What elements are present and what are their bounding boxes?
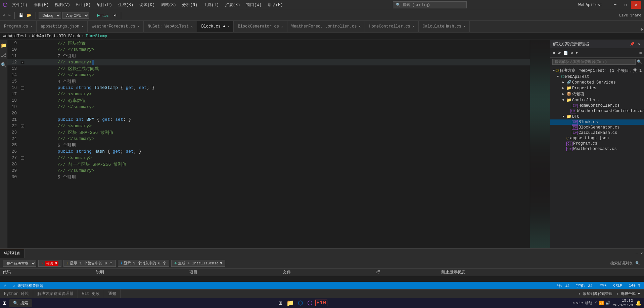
search-sidebar-icon[interactable]: 🔍: [0, 61, 7, 69]
panel-minimize-button[interactable]: ─: [634, 251, 639, 256]
close-icon[interactable]: ✕: [359, 24, 361, 29]
add-source-control-button[interactable]: ↑ 添加到源代码管理: [578, 291, 612, 296]
bottom-tab-git-changes[interactable]: Git 更改: [78, 290, 104, 298]
tab-nuget[interactable]: NuGet: WebApiTest ✕: [144, 21, 197, 32]
info-filter-button[interactable]: ℹ 显示 3 个消息中的 0 个: [118, 260, 170, 267]
tree-item-weatherforecast-cs[interactable]: ▶ C# WeatherForecast.cs: [550, 146, 644, 152]
menu-item-test[interactable]: 测试(S): [158, 1, 179, 8]
close-icon[interactable]: ✕: [137, 24, 139, 29]
panel-close-button[interactable]: ✕: [637, 41, 641, 47]
taskbar-search-box[interactable]: 🔍 搜索: [9, 299, 32, 307]
close-icon[interactable]: ✕: [81, 24, 83, 29]
menu-item-extensions[interactable]: 扩展(X): [222, 1, 243, 8]
collapse-button[interactable]: -: [21, 61, 24, 64]
properties-button[interactable]: ⚙: [570, 50, 574, 56]
close-icon[interactable]: ✕: [191, 24, 193, 29]
solution-root-item[interactable]: ▼ ⬡ 解决方案 'WebApiTest' (1 个项目，共 1 个): [550, 67, 644, 74]
close-icon[interactable]: ✕: [412, 24, 414, 29]
collapse-button[interactable]: -: [21, 124, 24, 128]
panel-search-input[interactable]: [552, 59, 636, 65]
menu-item-view[interactable]: 视图(V): [52, 1, 73, 8]
start-button[interactable]: ⊞: [3, 299, 6, 307]
breadcrumb-symbol[interactable]: TimeStamp: [85, 34, 107, 39]
taskbar-edge-icon[interactable]: ⬡: [296, 299, 305, 307]
open-button[interactable]: 📂: [26, 12, 33, 18]
taskbar-app-e10[interactable]: E10: [315, 300, 328, 306]
menu-item-analyze[interactable]: 分析(N): [179, 1, 200, 8]
run-button[interactable]: ▶ https: [95, 12, 110, 18]
col-indicator[interactable]: 字节: 22: [575, 283, 594, 288]
menu-item-window[interactable]: 窗口(W): [243, 1, 264, 8]
tab-weatherforecast-cs[interactable]: WeatherForecast.cs ✕: [88, 21, 144, 32]
tree-item-appsettings[interactable]: ▶ ⬡ appsettings.json: [550, 136, 644, 141]
menu-item-git[interactable]: Git(G): [74, 2, 93, 8]
breadcrumb-project[interactable]: WebApiTest: [3, 34, 27, 39]
tray-network-icon[interactable]: 📶: [599, 301, 604, 306]
redo-button[interactable]: ↪: [7, 12, 12, 18]
tab-appsettings-json[interactable]: appsettings.json ✕: [37, 21, 88, 32]
tree-item-weathercontroller[interactable]: ▶ C# WeatherForecastController.cs: [550, 108, 644, 114]
git-icon[interactable]: ⎇: [0, 51, 7, 59]
minimize-button[interactable]: ─: [610, 1, 620, 9]
filter-button[interactable]: ▼: [574, 50, 579, 56]
error-list-tab[interactable]: 错误列表: [0, 249, 25, 258]
warning-filter-button[interactable]: ⚠ 显示 1 个警告中的 0 个: [63, 260, 116, 267]
menu-item-help[interactable]: 帮助(H): [265, 1, 286, 8]
close-icon[interactable]: ✕: [30, 24, 32, 29]
tab-calculatehash-cs[interactable]: CalculateHash.cs ✕: [419, 21, 470, 32]
restore-button[interactable]: ❐: [620, 1, 631, 9]
tree-item-controllers[interactable]: ▼ 📁 Controllers: [550, 97, 644, 103]
close-button[interactable]: ✕: [631, 1, 641, 9]
line-indicator[interactable]: 行: 12: [556, 283, 571, 288]
tab-homecontroller-cs[interactable]: HomeController.cs ✕: [365, 21, 418, 32]
bottom-tab-notifications[interactable]: 通知: [104, 290, 121, 298]
taskbar-files-icon[interactable]: 📁: [285, 299, 295, 307]
menu-item-project[interactable]: 项目(P): [94, 1, 115, 8]
tree-item-connected-services[interactable]: ▶ 🔗 Connected Services: [550, 80, 644, 85]
tray-icon-1[interactable]: ⌃: [595, 301, 597, 306]
collapse-button[interactable]: -: [21, 156, 24, 160]
tray-volume-icon[interactable]: 🔊: [605, 301, 610, 306]
tree-item-dto[interactable]: ▼ 📁 DTO: [550, 114, 644, 119]
tree-item-properties[interactable]: ▶ 📁 Properties: [550, 85, 644, 91]
close-icon[interactable]: ✕: [281, 24, 283, 29]
error-filter-button[interactable]: ✕ 错误 0: [38, 260, 61, 267]
bottom-tab-python-env[interactable]: Python 环境: [0, 290, 33, 298]
menu-item-edit[interactable]: 编辑(E): [31, 1, 52, 8]
tree-item-dependencies[interactable]: ▶ 📦 依赖项: [550, 91, 644, 97]
close-icon[interactable]: ✕: [227, 24, 229, 29]
solution-explorer-icon[interactable]: 📁: [0, 41, 7, 50]
tab-block-cs[interactable]: Block.cs ● ✕: [197, 21, 234, 32]
tab-blockgenerator-cs[interactable]: BlockGenerator.cs ✕: [234, 21, 287, 32]
debug-mode-dropdown[interactable]: Debug: [39, 12, 61, 19]
tree-item-block-cs[interactable]: ▶ C# Block.cs: [550, 119, 644, 125]
menu-item-debug[interactable]: 调试(D): [137, 1, 157, 8]
taskbar-windows-icon[interactable]: ⊞: [277, 299, 284, 307]
menu-item-tools[interactable]: 工具(T): [201, 1, 222, 8]
encoding-indicator[interactable]: 空格: [598, 283, 608, 288]
clock[interactable]: 15:32 2023/2/20: [613, 298, 633, 308]
scope-dropdown[interactable]: 整个解决方案: [3, 260, 36, 267]
line-ending-indicator[interactable]: CRLF: [612, 284, 624, 288]
tab-weatherforecast-controller[interactable]: WeatherForec...ontroller.cs ✕: [287, 21, 365, 32]
menu-item-build[interactable]: 生成(B): [116, 1, 136, 8]
breadcrumb-file[interactable]: WebApiTest.DTO.Block: [32, 34, 80, 39]
bottom-tab-solution-explorer[interactable]: 解决方案资源管理器: [33, 290, 78, 298]
live-share-button[interactable]: Live Share: [618, 13, 643, 18]
collapse-button[interactable]: -: [21, 86, 24, 90]
tab-settings-button[interactable]: ⚙: [639, 27, 644, 32]
expand-button[interactable]: ⊞: [638, 50, 643, 56]
panel-close-button[interactable]: ✕: [639, 250, 644, 256]
menu-item-file[interactable]: 文件(F): [9, 1, 30, 8]
notification-icon[interactable]: 🔔: [636, 300, 641, 306]
undo-button[interactable]: ↩: [1, 12, 6, 18]
sync-button[interactable]: ⇄: [552, 50, 556, 56]
intellisense-filter-button[interactable]: ⊛ 生成 + IntelliSense ▼: [171, 260, 225, 267]
no-issues-indicator[interactable]: ⚠ 未找到相关问题: [12, 283, 45, 288]
attach-button[interactable]: ⏯: [112, 12, 118, 18]
save-button[interactable]: 💾: [17, 12, 25, 18]
tab-program-cs[interactable]: Program.cs ✕: [0, 21, 37, 32]
tree-item-homecontroller[interactable]: ▶ C# HomeController.cs: [550, 103, 644, 108]
tree-item-program-cs[interactable]: ▶ C# Program.cs: [550, 141, 644, 146]
project-item[interactable]: ▼ ⬡ WebApiTest: [550, 74, 644, 80]
